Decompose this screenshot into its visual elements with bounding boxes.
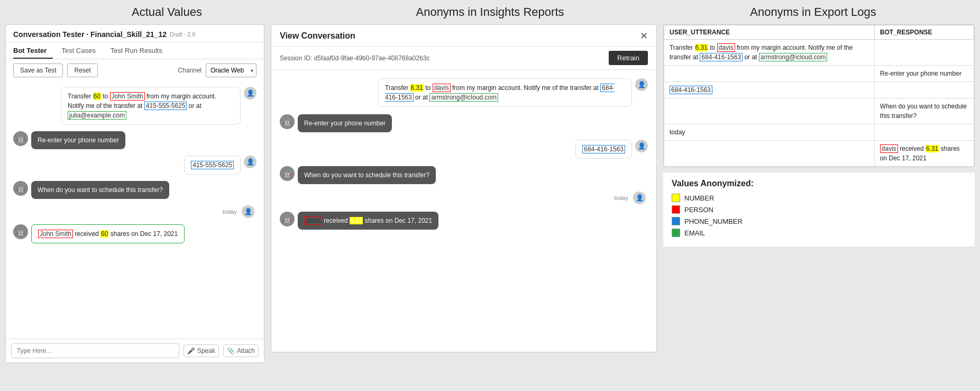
- legend-swatch-number: [672, 194, 680, 202]
- highlight-person-last: John Smith: [38, 230, 73, 238]
- tab-bot-tester[interactable]: Bot Tester: [13, 42, 53, 59]
- attach-button[interactable]: 📎 Attach: [223, 344, 259, 357]
- speak-label: Speak: [197, 347, 215, 354]
- r-highlight-num-1: 6.31: [695, 44, 708, 51]
- mid-msg-bot-2: 🤖 When do you want to schedule this tran…: [280, 166, 648, 184]
- panel-header: Conversation Tester · Financial_Skill_21…: [6, 25, 264, 42]
- table-cell-bot-3: [874, 82, 974, 98]
- table-row-1: Transfer 6.31 to davis from my margin ac…: [664, 40, 974, 66]
- title-actual: Actual Values: [5, 5, 328, 19]
- bot-avatar-2: 🤖: [13, 181, 28, 196]
- view-conv-title: View Conversation: [280, 31, 355, 41]
- legend-label-phone: PHONE_NUMBER: [684, 217, 743, 225]
- mid-msg-bubble-user-1: Transfer 6.31 to davis from my margin ac…: [378, 78, 632, 107]
- table-cell-bot-5: [874, 124, 974, 141]
- highlight-num-last: 60: [100, 230, 108, 238]
- mid-msg-bubble-bot-1: Re-enter your phone number: [298, 114, 392, 132]
- channel-select[interactable]: Oracle Web: [206, 63, 257, 77]
- mid-highlight-num-1: 6.31: [410, 84, 424, 92]
- msg-bubble-bot-1: Re-enter your phone number: [31, 131, 125, 149]
- table-cell-bot-6: davis received 6.31 shares on Dec 17, 20…: [874, 141, 974, 167]
- msg-bubble-bot-2: When do you want to schedule this transf…: [31, 181, 169, 199]
- table-row-5: today: [664, 124, 974, 141]
- left-panel: Conversation Tester · Financial_Skill_21…: [5, 24, 264, 363]
- msg-bubble-user-1: Transfer 60 to John Smith from my margin…: [61, 87, 241, 125]
- table-cell-user-4: [664, 98, 875, 124]
- msg-user-last: 🤖 John Smith received 60 shares on Dec 1…: [13, 224, 257, 243]
- r-highlight-person-last: davis: [880, 144, 898, 153]
- table-cell-bot-1: [874, 40, 974, 66]
- legend-title: Values Anonymized:: [672, 179, 966, 188]
- mid-msg-bubble-last: davis received 6.31 shares on Dec 17, 20…: [298, 212, 438, 230]
- highlight-num-1: 60: [93, 93, 101, 100]
- timestamp-1: today 👤: [13, 205, 257, 218]
- col-user-utterance: USER_UTTERANCE: [664, 25, 875, 40]
- highlight-phone-1: 415-555-5625: [144, 102, 187, 110]
- tab-test-cases[interactable]: Test Cases: [61, 42, 102, 59]
- legend-swatch-phone: [672, 217, 680, 225]
- highlight-person-1: John Smith: [110, 92, 145, 101]
- channel-label: Channel: [178, 67, 202, 74]
- user-avatar-1: 👤: [244, 87, 257, 99]
- chat-input-area: 🎤 Speak 📎 Attach: [6, 339, 264, 362]
- mid-msg-user-2: 684-416-1563 👤: [280, 140, 648, 159]
- mid-highlight-num-last: 6.31: [350, 217, 363, 224]
- legend-email: EMAIL: [672, 229, 966, 237]
- tab-test-run-results[interactable]: Test Run Results: [111, 42, 169, 59]
- table-cell-user-5: today: [664, 124, 875, 141]
- chat-input[interactable]: [11, 343, 179, 358]
- close-button[interactable]: ✕: [640, 30, 648, 42]
- session-row: Session ID: d5faaf0d-9fae-49b0-97ae-4067…: [271, 47, 656, 70]
- middle-panel: View Conversation ✕ Session ID: d5faaf0d…: [271, 24, 657, 352]
- speak-button[interactable]: 🎤 Speak: [184, 344, 219, 357]
- table-cell-user-2: [664, 66, 875, 82]
- retrain-button[interactable]: Retrain: [609, 51, 648, 65]
- r-highlight-num-last: 6.31: [926, 145, 939, 152]
- mid-highlight-email-1: armstrong@icloud.com: [429, 93, 498, 102]
- r-highlight-phone-1: 684-416-1563: [700, 53, 743, 61]
- channel-select-wrapper[interactable]: Oracle Web: [206, 63, 257, 77]
- title-anonyms-export: Anonyms in Export Logs: [652, 5, 975, 19]
- tabs-row: Bot Tester Test Cases Test Run Results: [6, 42, 264, 59]
- legend-label-number: NUMBER: [684, 194, 714, 202]
- table-cell-user-6: [664, 141, 875, 167]
- legend-label-person: PERSON: [684, 206, 713, 214]
- mid-msg-last: 🤖 davis received 6.31 shares on Dec 17, …: [280, 212, 648, 230]
- legend-box: Values Anonymized: NUMBER PERSON PHONE_N…: [663, 172, 975, 247]
- highlight-email-1: julia@example.com: [68, 111, 126, 120]
- msg-bot-2: 🤖 When do you want to schedule this tran…: [13, 181, 257, 199]
- table-cell-bot-4: When do you want to schedule this transf…: [874, 98, 974, 124]
- msg-bot-1: 🤖 Re-enter your phone number: [13, 131, 257, 149]
- msg-user-2: 415-555-5625 👤: [13, 156, 257, 175]
- session-id: Session ID: d5faaf0d-9fae-49b0-97ae-4067…: [280, 54, 430, 62]
- col-bot-response: BOT_RESPONSE: [874, 25, 974, 40]
- legend-number: NUMBER: [672, 194, 966, 202]
- bot-avatar-1: 🤖: [13, 131, 28, 146]
- mid-bot-avatar-last: 🤖: [280, 212, 295, 226]
- legend-person: PERSON: [672, 205, 966, 214]
- panel-title-text: Conversation Tester · Financial_Skill_21…: [13, 30, 167, 39]
- export-table-container: USER_UTTERANCE BOT_RESPONSE Transfer 6.3…: [663, 24, 975, 167]
- export-table: USER_UTTERANCE BOT_RESPONSE Transfer 6.3…: [664, 25, 974, 167]
- view-conv-header: View Conversation ✕: [271, 25, 656, 47]
- mid-msg-bot-1: 🤖 Re-enter your phone number: [280, 114, 648, 132]
- title-anonyms-insights: Anonyms in Insights Reports: [328, 5, 652, 19]
- reset-button[interactable]: Reset: [67, 63, 97, 77]
- draft-badge: Draft · 2.0: [170, 31, 195, 38]
- table-cell-user-3: 684-416-1563: [664, 82, 875, 98]
- highlight-phone-2: 415-555-5625: [191, 161, 234, 169]
- attach-label: Attach: [237, 347, 255, 354]
- user-avatar-2: 👤: [244, 156, 257, 168]
- r-highlight-phone-2: 684-416-1563: [670, 86, 712, 94]
- table-row-2: Re-enter your phone number: [664, 66, 974, 82]
- mid-user-avatar-3: 👤: [633, 192, 646, 204]
- msg-user-1: Transfer 60 to John Smith from my margin…: [13, 87, 257, 125]
- r-highlight-email-1: armstrong@icloud.com: [759, 53, 828, 61]
- save-as-test-button[interactable]: Save as Test: [13, 63, 63, 77]
- right-panel: USER_UTTERANCE BOT_RESPONSE Transfer 6.3…: [663, 24, 975, 247]
- msg-bubble-last: John Smith received 60 shares on Dec 17,…: [31, 224, 185, 243]
- table-cell-user-1: Transfer 6.31 to davis from my margin ac…: [664, 40, 875, 66]
- mid-msg-bubble-bot-2: When do you want to schedule this transf…: [298, 166, 436, 184]
- table-cell-bot-2: Re-enter your phone number: [874, 66, 974, 82]
- legend-phone: PHONE_NUMBER: [672, 217, 966, 225]
